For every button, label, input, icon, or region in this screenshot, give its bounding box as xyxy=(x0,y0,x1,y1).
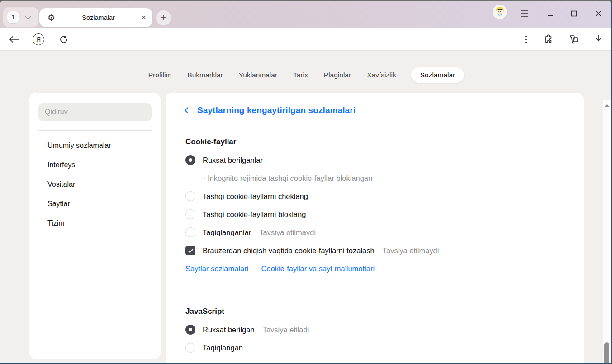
sidebar-item-saytlar[interactable]: Saytlar xyxy=(29,194,161,213)
avatar[interactable] xyxy=(493,5,507,19)
chevron-down-icon[interactable] xyxy=(25,14,31,19)
radio-icon[interactable] xyxy=(185,227,195,237)
nav-tab-yuklanmalar[interactable]: Yuklanmalar xyxy=(238,67,278,83)
nav-tab-xavfsizlik[interactable]: Xavfsizlik xyxy=(366,67,397,83)
nav-tab-profilim[interactable]: Profilim xyxy=(147,67,173,83)
sidebar-item-interfeys[interactable]: Interfeys xyxy=(29,155,161,175)
cookies-site-data-link[interactable]: Cookie-fayllar va sayt ma'lumotlari xyxy=(261,265,375,273)
javascript-heading: JavaScript xyxy=(185,303,564,321)
cookies-heading: Cookie-fayllar xyxy=(185,133,564,151)
extensions-icon[interactable] xyxy=(542,33,555,46)
tab-strip: 1 ⚙ Sozlamalar × + xyxy=(0,1,611,28)
settings-sidebar: Umumiy sozlamalar Interfeys Vositalar Sa… xyxy=(29,93,161,359)
menu-icon[interactable] xyxy=(518,7,531,20)
sidebar-divider xyxy=(38,130,152,131)
tab-counter-badge[interactable]: 1 xyxy=(7,11,19,24)
radio-checked-icon[interactable] xyxy=(185,325,195,335)
close-tab-icon[interactable]: × xyxy=(142,13,146,22)
radio-option-js-forbidden[interactable]: Taqiqlangan xyxy=(185,339,564,357)
browser-window: 1 ⚙ Sozlamalar × + xyxy=(0,0,612,364)
site-settings-link[interactable]: Saytlar sozlamalari xyxy=(185,265,248,273)
section-back-title: Saytlarning kengaytirilgan sozlamalari xyxy=(197,105,356,115)
radio-option-block-third-party[interactable]: Tashqi cookie-fayllarni bloklang xyxy=(185,205,564,223)
chevron-left-icon xyxy=(185,107,191,113)
scroll-up-icon[interactable] xyxy=(604,104,610,107)
page-scrollbar[interactable] xyxy=(603,100,611,364)
cookies-links: Saytlar sozlamalari Cookie-fayllar va sa… xyxy=(185,260,564,278)
radio-icon[interactable] xyxy=(185,209,195,219)
radio-option-forbidden[interactable]: Taqiqlanganlar Tavsiya etilmaydi xyxy=(185,223,564,241)
settings-content: Saytlarning kengaytirilgan sozlamalari C… xyxy=(166,93,584,364)
search-input[interactable] xyxy=(38,103,152,121)
sidebar-item-umumiy[interactable]: Umumiy sozlamalar xyxy=(29,136,161,155)
settings-page: Profilim Bukmarklar Yuklanmalar Tarix Pl… xyxy=(0,51,611,364)
radio-option-restrict-third-party[interactable]: Tashqi cookie-fayllarni cheklang xyxy=(185,187,564,205)
recommended-hint: Tavsiya etiladi xyxy=(263,326,309,334)
browser-toolbar: Я Y settings Sozlamalar xyxy=(0,28,611,51)
sidebar-item-tizim[interactable]: Tizim xyxy=(29,213,161,233)
checkbox-clear-cookies-on-exit[interactable]: Brauzerdan chiqish vaqtida cookie-faylla… xyxy=(185,241,564,260)
sidebar-list: Umumiy sozlamalar Interfeys Vositalar Sa… xyxy=(29,136,161,233)
nav-tab-sozlamalar[interactable]: Sozlamalar xyxy=(411,67,465,83)
download-icon[interactable] xyxy=(592,33,605,46)
back-heading-link[interactable]: Saytlarning kengaytirilgan sozlamalari xyxy=(185,105,564,115)
minimize-button[interactable] xyxy=(544,7,557,20)
nav-tab-bukmarklar[interactable]: Bukmarklar xyxy=(186,67,223,83)
sidebar-item-vositalar[interactable]: Vositalar xyxy=(29,175,161,194)
section-gap xyxy=(185,278,564,296)
not-recommended-hint: Tavsiya etilmaydi xyxy=(383,246,439,255)
site-settings-link[interactable]: Saytlar sozlamalari xyxy=(185,362,248,364)
more-options-icon[interactable] xyxy=(519,33,532,46)
not-recommended-hint: Tavsiya etilmaydi xyxy=(259,228,316,237)
radio-icon[interactable] xyxy=(185,191,195,201)
javascript-links: Saytlar sozlamalari xyxy=(185,357,564,364)
browser-tab-settings[interactable]: ⚙ Sozlamalar × xyxy=(39,8,152,27)
radio-checked-icon[interactable] xyxy=(185,155,195,165)
nav-tab-plaginlar[interactable]: Plaginlar xyxy=(323,67,352,83)
yandex-logo-icon[interactable]: Я xyxy=(32,33,45,46)
radio-option-js-allowed[interactable]: Ruxsat berilgan Tavsiya etiladi xyxy=(185,321,564,339)
gear-icon: ⚙ xyxy=(47,14,55,22)
maximize-button[interactable] xyxy=(568,7,580,20)
nav-tab-tarix[interactable]: Tarix xyxy=(292,67,309,83)
tab-group-button[interactable]: 1 xyxy=(3,7,38,27)
radio-option-note: · Inkognito rejimida tashqi cookie-fayll… xyxy=(185,169,564,187)
collections-icon[interactable] xyxy=(567,33,579,46)
tab-title: Sozlamalar xyxy=(55,14,142,21)
reload-icon[interactable] xyxy=(57,33,70,46)
back-icon[interactable] xyxy=(8,33,20,46)
radio-icon[interactable] xyxy=(185,343,195,353)
scrollbar-thumb[interactable] xyxy=(604,342,609,364)
radio-option-allowed[interactable]: Ruxsat berilganlar xyxy=(185,151,564,169)
content-divider xyxy=(185,126,564,126)
checkbox-checked-icon[interactable] xyxy=(185,246,195,255)
close-window-button[interactable] xyxy=(592,7,605,20)
settings-nav: Profilim Bukmarklar Yuklanmalar Tarix Pl… xyxy=(0,67,611,83)
new-tab-button[interactable]: + xyxy=(156,10,171,25)
